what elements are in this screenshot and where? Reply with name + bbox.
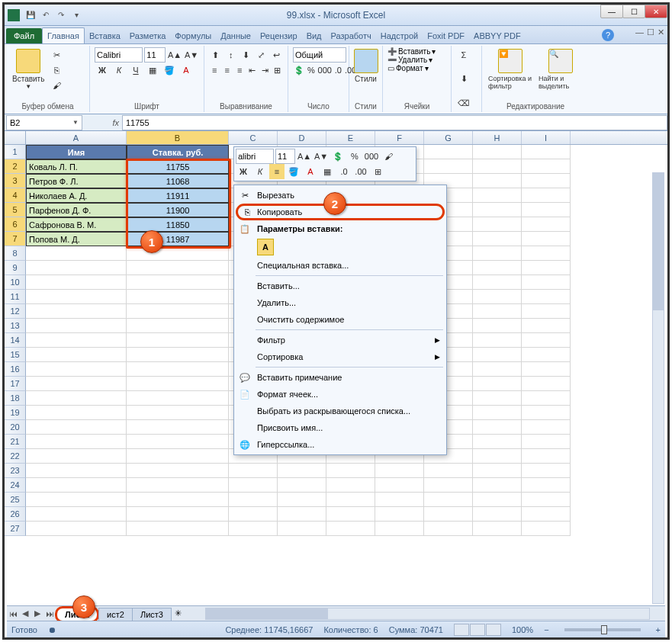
cm-paste-special[interactable]: Специальная вставка... xyxy=(236,257,445,274)
mini-fill-icon[interactable]: 🪣 xyxy=(286,164,301,179)
align-center-icon[interactable]: ≡ xyxy=(222,63,233,78)
cell[interactable] xyxy=(522,188,571,203)
row-header[interactable]: 25 xyxy=(5,493,26,507)
cell[interactable] xyxy=(26,348,127,362)
cell[interactable] xyxy=(278,464,326,478)
col-header[interactable]: E xyxy=(326,131,375,144)
cell[interactable] xyxy=(424,159,473,174)
cell[interactable] xyxy=(473,464,522,478)
comma-icon[interactable]: 000 xyxy=(317,63,333,78)
cm-clear[interactable]: Очистить содержимое xyxy=(236,311,445,328)
cell[interactable] xyxy=(522,159,571,174)
sort-filter-button[interactable]: 🔽 Сортировка и фильтр xyxy=(487,47,534,91)
cell[interactable] xyxy=(473,493,522,507)
col-header[interactable]: I xyxy=(522,131,571,144)
row-header[interactable]: 23 xyxy=(5,464,26,478)
qa-save-icon[interactable]: 💾 xyxy=(24,9,37,21)
tab-home[interactable]: Главная xyxy=(42,27,85,43)
row-header[interactable]: 5 xyxy=(5,203,26,217)
italic-button[interactable]: К xyxy=(111,63,127,78)
tab-formulas[interactable]: Формулы xyxy=(170,28,216,43)
cell[interactable] xyxy=(375,493,424,507)
name-box[interactable]: B2 ▼ xyxy=(6,115,82,130)
cells-insert-button[interactable]: ➕Вставить ▾ xyxy=(387,47,446,56)
currency-icon[interactable]: 💲 xyxy=(293,63,305,78)
cell[interactable] xyxy=(473,333,522,348)
cell[interactable] xyxy=(127,406,229,420)
autosum-icon[interactable]: Σ xyxy=(456,47,471,63)
grow-font-icon[interactable]: A▲ xyxy=(167,47,182,63)
mini-italic-button[interactable]: К xyxy=(252,164,268,179)
cell[interactable] xyxy=(522,478,571,493)
row-header[interactable]: 3 xyxy=(5,174,26,188)
cell[interactable] xyxy=(127,319,229,333)
cell[interactable] xyxy=(326,464,375,478)
row-header[interactable]: 21 xyxy=(5,435,26,449)
mini-inc-dec-icon[interactable]: .0 xyxy=(336,164,352,179)
underline-button[interactable]: Ч xyxy=(128,63,143,78)
cell[interactable] xyxy=(424,507,473,522)
cell[interactable] xyxy=(278,507,326,522)
cell[interactable] xyxy=(522,435,571,449)
col-header[interactable]: H xyxy=(473,131,522,144)
cell[interactable] xyxy=(473,478,522,493)
cell[interactable] xyxy=(229,478,278,493)
tab-data[interactable]: Данные xyxy=(216,28,256,43)
col-header[interactable]: A xyxy=(26,131,127,144)
row-header[interactable]: 12 xyxy=(5,304,26,319)
row-header[interactable]: 14 xyxy=(5,333,26,348)
help-icon[interactable]: ? xyxy=(602,29,614,41)
fill-color-icon[interactable]: 🪣 xyxy=(162,63,177,78)
row-header[interactable]: 4 xyxy=(5,188,26,203)
decrease-indent-icon[interactable]: ⇤ xyxy=(247,63,259,78)
row-header[interactable]: 15 xyxy=(5,348,26,362)
col-header[interactable]: B xyxy=(127,131,229,144)
cm-hyperlink[interactable]: 🌐Гиперссылка... xyxy=(236,436,445,453)
paste-option-values[interactable]: A xyxy=(257,239,274,255)
cell[interactable] xyxy=(127,290,229,304)
increase-indent-icon[interactable]: ⇥ xyxy=(259,63,271,78)
cell[interactable] xyxy=(127,275,229,290)
cm-comment[interactable]: 💬Вставить примечание xyxy=(236,369,445,386)
sheet-nav-next-icon[interactable]: ▶ xyxy=(31,608,43,620)
mini-font-combo[interactable]: alibri xyxy=(236,149,274,164)
row-header[interactable]: 27 xyxy=(5,522,26,536)
scroll-thumb[interactable] xyxy=(206,608,328,619)
copy-icon[interactable]: ⎘ xyxy=(49,63,64,78)
border-icon[interactable]: ▦ xyxy=(145,63,160,78)
qa-more-icon[interactable]: ▾ xyxy=(70,9,82,21)
percent-icon[interactable]: % xyxy=(307,63,316,78)
cell[interactable] xyxy=(127,464,229,478)
fx-icon[interactable]: fx xyxy=(84,118,122,127)
cell[interactable] xyxy=(473,159,522,174)
increase-decimal-icon[interactable]: .0 xyxy=(334,63,342,78)
row-header[interactable]: 10 xyxy=(5,275,26,290)
row-header[interactable]: 13 xyxy=(5,319,26,333)
col-header[interactable]: C xyxy=(229,131,278,144)
cell[interactable] xyxy=(522,319,571,333)
cell[interactable] xyxy=(522,348,571,362)
qa-undo-icon[interactable]: ↶ xyxy=(40,9,52,21)
cell[interactable] xyxy=(522,261,571,275)
tab-insert[interactable]: Вставка xyxy=(85,28,125,43)
cell[interactable] xyxy=(473,391,522,406)
cell[interactable] xyxy=(278,478,326,493)
cell[interactable] xyxy=(26,377,127,391)
sheet-nav-prev-icon[interactable]: ◀ xyxy=(19,608,31,620)
number-format-combo[interactable]: Общий xyxy=(293,47,346,63)
zoom-thumb[interactable] xyxy=(601,625,607,634)
cell[interactable] xyxy=(26,319,127,333)
cell[interactable] xyxy=(424,493,473,507)
cell[interactable] xyxy=(473,362,522,377)
mini-comma-icon[interactable]: 000 xyxy=(364,149,379,164)
shrink-font-icon[interactable]: A▼ xyxy=(184,47,199,63)
cell[interactable] xyxy=(473,522,522,536)
view-normal-icon[interactable] xyxy=(454,624,469,636)
cell[interactable] xyxy=(26,261,127,275)
tab-file[interactable]: Файл xyxy=(6,28,42,43)
row-header[interactable]: 26 xyxy=(5,507,26,522)
cell[interactable] xyxy=(375,522,424,536)
new-sheet-icon[interactable]: ✳ xyxy=(175,608,190,618)
cell[interactable] xyxy=(26,478,127,493)
cell[interactable] xyxy=(127,435,229,449)
